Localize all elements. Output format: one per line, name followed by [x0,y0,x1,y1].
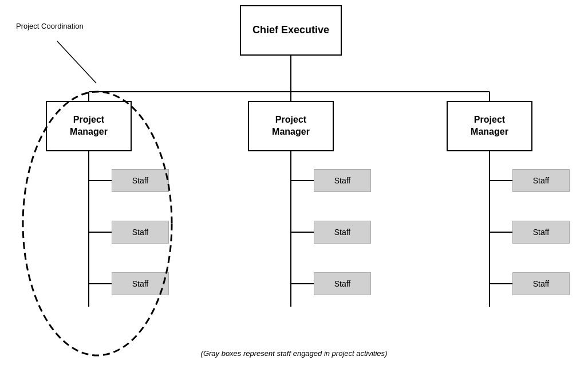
pm2-label: ProjectManager [272,114,310,138]
project-manager-2-box: ProjectManager [248,101,334,151]
project-manager-3-box: ProjectManager [447,101,532,151]
staff-pm3-1: Staff [512,169,570,192]
pm1-label: ProjectManager [70,114,108,138]
staff-pm2-2: Staff [314,221,371,244]
project-coordination-label: Project Coordination [16,22,84,32]
staff-label-pm1-2: Staff [132,228,149,237]
chief-executive-label: Chief Executive [252,24,329,37]
pm3-label: ProjectManager [471,114,508,138]
staff-pm3-3: Staff [512,272,570,295]
staff-pm1-3: Staff [112,272,169,295]
staff-label-pm3-1: Staff [533,176,550,185]
staff-label-pm1-3: Staff [132,279,149,288]
staff-label-pm3-2: Staff [533,228,550,237]
project-manager-1-box: ProjectManager [46,101,132,151]
footer-note: (Gray boxes represent staff engaged in p… [0,349,588,358]
staff-label-pm3-3: Staff [533,279,550,288]
staff-pm1-2: Staff [112,221,169,244]
staff-label-pm2-2: Staff [334,228,351,237]
chief-executive-box: Chief Executive [240,5,342,56]
staff-pm2-1: Staff [314,169,371,192]
svg-line-18 [57,41,96,83]
staff-pm3-2: Staff [512,221,570,244]
staff-label-pm1-1: Staff [132,176,149,185]
staff-pm2-3: Staff [314,272,371,295]
staff-label-pm2-1: Staff [334,176,351,185]
staff-pm1-1: Staff [112,169,169,192]
staff-label-pm2-3: Staff [334,279,351,288]
diagram-container: Chief Executive ProjectManager ProjectMa… [0,0,588,368]
